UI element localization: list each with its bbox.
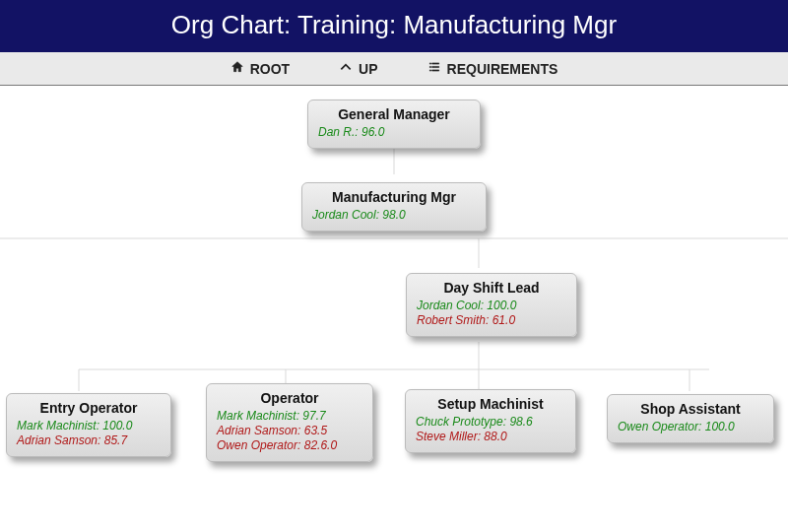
up-button[interactable]: UP — [339, 60, 377, 77]
person: Owen Operator: 82.6.0 — [217, 438, 362, 453]
toolbar: ROOT UP REQUIREMENTS — [0, 52, 788, 86]
home-icon — [230, 60, 244, 77]
requirements-button[interactable]: REQUIREMENTS — [427, 60, 558, 77]
node-title: Day Shift Lead — [417, 280, 566, 296]
node-title: Setup Machinist — [416, 396, 565, 412]
person: Robert Smith: 61.0 — [417, 313, 566, 328]
person: Chuck Prototype: 98.6 — [416, 415, 565, 430]
node-title: Entry Operator — [17, 400, 161, 416]
person: Mark Machinist: 97.7 — [217, 409, 362, 424]
person: Adrian Samson: 85.7 — [17, 433, 161, 448]
chevron-up-icon — [339, 60, 353, 77]
node-operator[interactable]: Operator Mark Machinist: 97.7 Adrian Sam… — [206, 383, 373, 462]
person: Adrian Samson: 63.5 — [217, 424, 362, 438]
node-general-manager[interactable]: General Manager Dan R.: 96.0 — [307, 100, 481, 149]
node-shop-assistant[interactable]: Shop Assistant Owen Operator: 100.0 — [607, 394, 774, 443]
root-label: ROOT — [250, 61, 290, 77]
requirements-label: REQUIREMENTS — [447, 61, 558, 77]
person: Steve Miller: 88.0 — [416, 430, 565, 444]
node-title: General Manager — [318, 106, 470, 122]
node-entry-operator[interactable]: Entry Operator Mark Machinist: 100.0 Adr… — [6, 393, 171, 457]
node-title: Operator — [217, 390, 362, 406]
page-title: Org Chart: Training: Manufacturing Mgr — [0, 0, 788, 52]
root-button[interactable]: ROOT — [230, 60, 290, 77]
node-setup-machinist[interactable]: Setup Machinist Chuck Prototype: 98.6 St… — [405, 389, 576, 453]
up-label: UP — [359, 61, 377, 77]
node-manufacturing-mgr[interactable]: Manufacturing Mgr Jordan Cool: 98.0 — [301, 182, 487, 232]
person: Jordan Cool: 100.0 — [417, 299, 566, 313]
person: Owen Operator: 100.0 — [618, 420, 763, 434]
list-icon — [427, 60, 441, 77]
org-chart: General Manager Dan R.: 96.0 Manufacturi… — [0, 86, 788, 509]
person: Dan R.: 96.0 — [318, 125, 470, 140]
person: Jordan Cool: 98.0 — [312, 208, 476, 223]
person: Mark Machinist: 100.0 — [17, 419, 161, 433]
node-title: Manufacturing Mgr — [312, 189, 476, 205]
node-title: Shop Assistant — [618, 401, 763, 417]
node-day-shift-lead[interactable]: Day Shift Lead Jordan Cool: 100.0 Robert… — [406, 273, 577, 337]
